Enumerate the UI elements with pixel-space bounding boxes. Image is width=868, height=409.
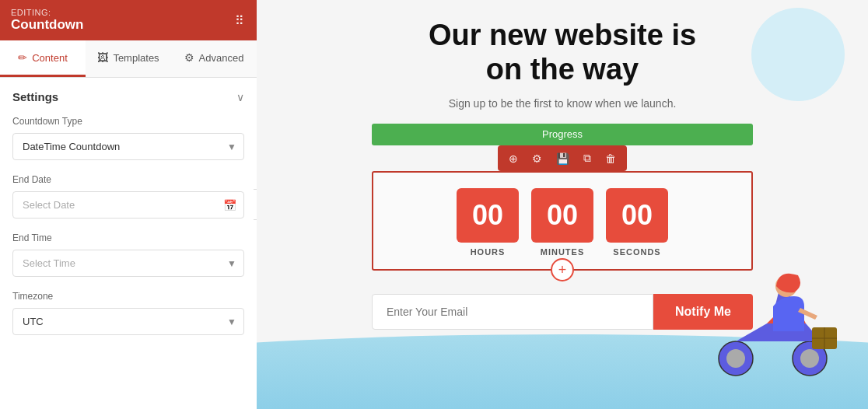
settings-section-header: Settings ∨: [12, 90, 244, 103]
countdown-hours: 00 HOURS: [457, 188, 519, 257]
end-date-field: End Date Select Date 📅: [12, 174, 244, 218]
hours-value: 00: [457, 188, 519, 243]
toolbar-delete-btn[interactable]: 🗑: [602, 151, 619, 166]
minutes-value: 00: [531, 188, 593, 243]
end-date-wrapper: Select Date 📅: [12, 191, 244, 218]
countdown-seconds: 00 SECONDS: [606, 188, 668, 257]
minutes-label: MINUTES: [541, 247, 585, 257]
right-panel: Our new website is on the way Sign up to…: [257, 0, 868, 409]
countdown-widget[interactable]: 00 HOURS 00 MINUTES 00 SECONDS +: [372, 171, 753, 271]
toolbar-settings-btn[interactable]: ⚙: [529, 151, 545, 166]
seconds-label: SECONDS: [613, 247, 660, 257]
email-input[interactable]: [372, 294, 653, 330]
bg-circle: [751, 8, 845, 101]
end-time-wrapper: Select Time 12:00 AM 6:00 AM 12:00 PM 6:…: [12, 250, 244, 277]
hours-label: HOURS: [471, 247, 506, 257]
tab-templates[interactable]: 🖼 Templates: [86, 40, 171, 77]
editing-label: EDITING:: [11, 8, 83, 17]
tab-advanced-label: Advanced: [199, 52, 244, 64]
timezone-select[interactable]: UTC GMT EST PST: [12, 308, 244, 335]
advanced-icon: ⚙: [184, 51, 194, 64]
seconds-value: 00: [606, 188, 668, 243]
collapse-handle[interactable]: ‹: [254, 189, 257, 220]
panel-title: Countdown: [11, 17, 83, 33]
countdown-minutes: 00 MINUTES: [531, 188, 593, 257]
end-time-label: End Time: [12, 232, 244, 243]
tab-advanced[interactable]: ⚙ Advanced: [171, 40, 257, 77]
panel-body: Settings ∨ Countdown Type DateTime Count…: [0, 78, 257, 409]
svg-point-1: [800, 349, 819, 368]
tab-templates-label: Templates: [113, 52, 159, 64]
templates-icon: 🖼: [97, 51, 108, 64]
timezone-label: Timezone: [12, 291, 244, 302]
hero-title: Our new website is on the way: [429, 19, 696, 86]
widget-toolbar: ⊕ ⚙ 💾 ⧉ 🗑: [498, 145, 627, 171]
section-title: Settings: [12, 90, 58, 103]
dots-icon[interactable]: ⠿: [235, 13, 246, 28]
illustration: [697, 253, 852, 378]
hero-subtitle: Sign up to be the first to know when we …: [449, 97, 677, 110]
countdown-type-select[interactable]: DateTime Countdown Evergreen Countdown: [12, 133, 244, 160]
timezone-field: Timezone UTC GMT EST PST ▼: [12, 291, 244, 335]
timezone-wrapper: UTC GMT EST PST ▼: [12, 308, 244, 335]
panel-header: EDITING: Countdown ⠿: [0, 0, 257, 40]
left-panel: EDITING: Countdown ⠿ ✏ Content 🖼 Templat…: [0, 0, 257, 409]
toolbar-copy-btn[interactable]: ⧉: [580, 150, 594, 166]
progress-bar[interactable]: Progress: [372, 124, 753, 145]
section-chevron-icon[interactable]: ∨: [236, 91, 244, 103]
countdown-type-label: Countdown Type: [12, 116, 244, 127]
end-date-label: End Date: [12, 174, 244, 185]
toolbar-save-btn[interactable]: 💾: [553, 151, 572, 166]
panel-tabs: ✏ Content 🖼 Templates ⚙ Advanced: [0, 40, 257, 78]
progress-label: Progress: [372, 124, 753, 145]
add-section-btn[interactable]: +: [551, 258, 574, 281]
svg-point-3: [726, 349, 745, 368]
toolbar-row: ⊕ ⚙ 💾 ⧉ 🗑: [498, 145, 627, 171]
content-icon: ✏: [18, 51, 27, 64]
tab-content-label: Content: [32, 52, 68, 64]
end-date-input[interactable]: Select Date: [12, 191, 244, 218]
countdown-type-field: Countdown Type DateTime Countdown Evergr…: [12, 116, 244, 160]
end-time-select[interactable]: Select Time 12:00 AM 6:00 AM 12:00 PM 6:…: [12, 250, 244, 277]
toolbar-move-btn[interactable]: ⊕: [506, 151, 521, 166]
date-placeholder: Select Date: [23, 199, 75, 211]
tab-content[interactable]: ✏ Content: [0, 40, 86, 77]
end-time-field: End Time Select Time 12:00 AM 6:00 AM 12…: [12, 232, 244, 277]
countdown-type-wrapper: DateTime Countdown Evergreen Countdown ▼: [12, 133, 244, 160]
